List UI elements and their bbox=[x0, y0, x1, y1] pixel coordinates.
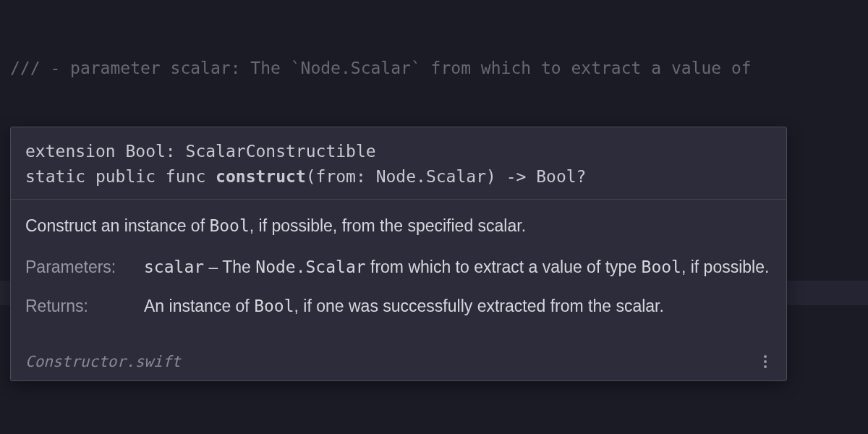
doc-summary: Construct an instance of Bool, if possib… bbox=[25, 214, 772, 238]
source-file-label[interactable]: Constructor.swift bbox=[25, 353, 181, 370]
popup-footer: Constructor.swift bbox=[11, 346, 786, 380]
popup-documentation: Construct an instance of Bool, if possib… bbox=[11, 200, 786, 346]
parameters-label: Parameters: bbox=[25, 255, 144, 279]
doc-comment-line: /// - parameter scalar: The `Node.Scalar… bbox=[10, 56, 868, 81]
returns-label: Returns: bbox=[25, 294, 144, 318]
parameters-value: scalar – The Node.Scalar from which to e… bbox=[144, 255, 772, 279]
more-icon[interactable] bbox=[759, 354, 772, 370]
doc-parameters-row: Parameters: scalar – The Node.Scalar fro… bbox=[25, 255, 772, 279]
popup-signature: extension Bool: ScalarConstructible stat… bbox=[11, 127, 786, 200]
signature-context-line: extension Bool: ScalarConstructible bbox=[25, 139, 772, 164]
quick-help-popup: extension Bool: ScalarConstructible stat… bbox=[10, 127, 787, 381]
doc-returns-row: Returns: An instance of Bool, if one was… bbox=[25, 294, 772, 318]
signature-decl-line: static public func construct(from: Node.… bbox=[25, 164, 772, 190]
returns-value: An instance of Bool, if one was successf… bbox=[144, 294, 772, 318]
